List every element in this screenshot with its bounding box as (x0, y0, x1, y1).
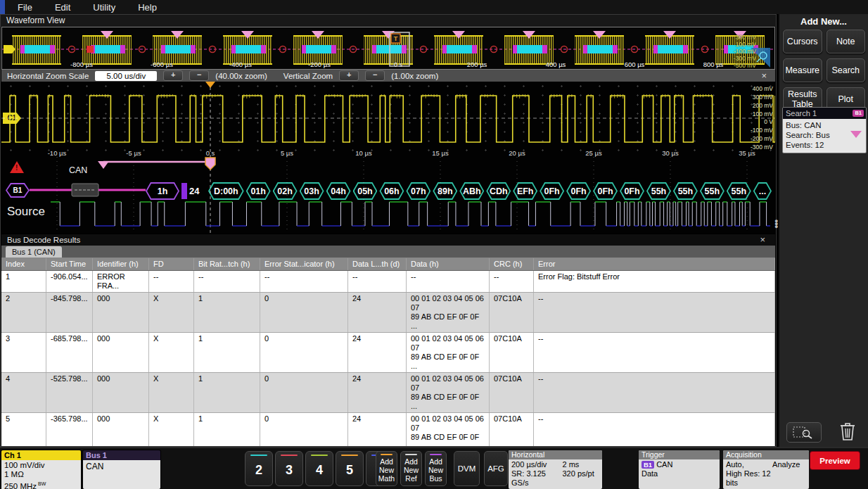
horizontal-zoom-scale-input[interactable]: 5.00 us/div (95, 71, 157, 81)
trigger-panel[interactable]: Trigger B1CAN Data (639, 450, 720, 489)
svg-text:T: T (394, 35, 398, 42)
overview-time-label: -800 µs (70, 61, 93, 68)
add-color-line (430, 454, 442, 455)
menu-item-help[interactable]: Help (138, 2, 157, 13)
oscilloscope-app: FileEditUtilityHelp Waveform View T-800 … (0, 0, 868, 489)
acquisition-info-row: High Res: 12 bits (726, 469, 806, 488)
trigger-panel-body: B1CAN Data (639, 459, 720, 479)
overview-volt-label: -500 mV (734, 62, 756, 69)
acquisition-panel[interactable]: Acquisition Auto,AnalyzeHigh Res: 12 bit… (723, 450, 809, 489)
cell-errstate: -- (260, 271, 348, 292)
dvm-button[interactable]: DVM (454, 451, 480, 486)
cell-crc: -- (490, 271, 534, 292)
trash-icon (839, 421, 856, 441)
afg-button[interactable]: AFG (484, 451, 508, 486)
results-tab-strip: Bus 1 (CAN) (1, 246, 775, 258)
add-new-math-button[interactable]: AddNewMath (376, 451, 397, 486)
table-row[interactable]: 5-365.798...000X102400 01 02 03 04 05 06… (1, 413, 775, 446)
zoom-volt-label: -100 mV (751, 127, 773, 134)
cell-id: ERROR FRA... (93, 271, 149, 292)
add-new-bus-button[interactable]: AddNewBus (425, 451, 447, 486)
bottom-bar: Ch 1 100 mV/div1 MΩ250 MHzBW Bus 1 CAN 2… (0, 447, 868, 489)
results-close-icon[interactable]: × (760, 234, 765, 246)
channel-1-card[interactable]: Ch 1 100 mV/div1 MΩ250 MHzBW (1, 450, 81, 489)
cell-start: -525.798... (46, 373, 93, 412)
menu-item-file[interactable]: File (18, 2, 32, 13)
cell-index: 3 (1, 333, 46, 372)
zoom-close-icon[interactable]: × (761, 70, 767, 81)
cell-fd: -- (149, 271, 194, 292)
channel-color-line (250, 455, 267, 456)
preview-button[interactable]: Preview (810, 452, 860, 469)
horizontal-panel[interactable]: Horizontal 200 µs/div2 msSR: 3.125 GS/s3… (509, 450, 602, 489)
cell-data: 00 01 02 03 04 05 06 07 89 AB CD EF 0F 0… (407, 413, 490, 446)
column-header: Identifier (h) (93, 258, 149, 270)
bus-1-card[interactable]: Bus 1 CAN (83, 450, 160, 489)
zoom-select-button[interactable] (786, 422, 822, 443)
cell-errstate: 0 (260, 293, 348, 332)
horizontal-zoom-plus-button[interactable]: + (163, 70, 183, 81)
table-row[interactable]: 4-525.798...000X102400 01 02 03 04 05 06… (1, 373, 775, 413)
cell-errstate: 0 (260, 333, 348, 372)
search-1-card[interactable]: Search 1 B1 Bus: CANSearch: BusEvents: 1… (782, 107, 867, 153)
add-measure-button[interactable]: Measure (783, 58, 822, 82)
waveform-overview[interactable]: T-800 µs-600 µs-400 µs-200 µs0 s200 µs40… (1, 27, 775, 70)
cell-crc: 07C10A (490, 293, 534, 332)
delete-button[interactable] (836, 420, 860, 443)
channel-5-button[interactable]: 5 (336, 451, 364, 486)
acquisition-info-row: Auto,Analyze (726, 460, 806, 469)
vertical-zoom-plus-button[interactable]: + (339, 70, 359, 81)
cell-bitrate: 1 (194, 293, 260, 332)
add-new-ref-button[interactable]: AddNewRef (400, 451, 422, 486)
channel-2-button[interactable]: 2 (245, 451, 273, 486)
tab-bus-1-can[interactable]: Bus 1 (CAN) (6, 246, 62, 258)
search-marker-icon[interactable] (850, 131, 862, 138)
add-button-word: New (401, 466, 421, 474)
trigger-source-badge: B1 (642, 461, 654, 469)
add-cursors-button[interactable]: Cursors (783, 30, 822, 53)
cell-data: 00 01 02 03 04 05 06 07 89 AB CD EF 0F 0… (407, 333, 490, 372)
table-row[interactable]: 2-845.798...000X102400 01 02 03 04 05 06… (1, 293, 775, 333)
channel-color-line (341, 455, 358, 456)
column-header: Data L...th (d) (348, 258, 407, 270)
cell-index: 5 (1, 413, 46, 446)
zoom-select-icon (792, 426, 816, 440)
cell-errstate: 0 (260, 413, 348, 446)
channel-3-button[interactable]: 3 (275, 451, 303, 486)
zoom-time-label: 0 s (206, 149, 215, 157)
menu-item-utility[interactable]: Utility (93, 2, 115, 13)
horizontal-zoom-minus-button[interactable]: − (189, 70, 209, 81)
acquisition-info-value: Auto, (726, 460, 772, 469)
cell-data: -- (407, 271, 490, 292)
channel-4-button[interactable]: 4 (305, 451, 333, 486)
channel-1-info-line: 250 MHzBW (4, 479, 78, 489)
table-row[interactable]: 3-685.798...000X102400 01 02 03 04 05 06… (1, 333, 775, 373)
horizontal-info-value: 200 µs/div (511, 460, 563, 469)
channel-1-info-line: 1 MΩ (4, 470, 78, 479)
cell-fd: X (149, 413, 194, 446)
add-search-button[interactable]: Search (826, 58, 866, 82)
bus-decode-results-panel: Bus Decode Results × Bus 1 (CAN) IndexSt… (1, 234, 775, 446)
menu-item-edit[interactable]: Edit (55, 2, 70, 13)
zoom-time-label: 10 µs (355, 149, 371, 157)
horizontal-info-value: 2 ms (563, 460, 600, 469)
acquisition-info-value (772, 469, 806, 488)
zoom-volt-label: 200 mV (753, 102, 773, 109)
bus-decode-waveform[interactable]: ! B1 CAN Source 1h24D:00h01h02h03h04h05h… (1, 157, 775, 233)
overview-volt-label: -300 mV (734, 55, 756, 62)
add-note-button[interactable]: Note (826, 30, 866, 53)
zoomed-waveform-view[interactable]: C1 -10 µs-5 µs0 s5 µs10 µs15 µs20 µs25 µ… (1, 82, 775, 157)
cell-id: 000 (93, 413, 149, 446)
menubar: FileEditUtilityHelp (0, 0, 868, 14)
vertical-zoom-label: Vertical Zoom (283, 72, 333, 80)
zoom-volt-label: 400 mV (753, 85, 773, 92)
vertical-zoom-minus-button[interactable]: − (365, 70, 385, 81)
add-button-word: Add (401, 457, 421, 466)
cell-dlen: 24 (348, 413, 407, 446)
acquisition-panel-title: Acquisition (723, 450, 809, 459)
cell-start: -906.054... (46, 271, 93, 292)
cell-bitrate: -- (194, 271, 260, 292)
overview-time-label: -200 µs (308, 61, 331, 68)
channel-number: 5 (336, 463, 363, 478)
table-row[interactable]: 1-906.054...ERROR FRA...------------Erro… (1, 271, 775, 293)
